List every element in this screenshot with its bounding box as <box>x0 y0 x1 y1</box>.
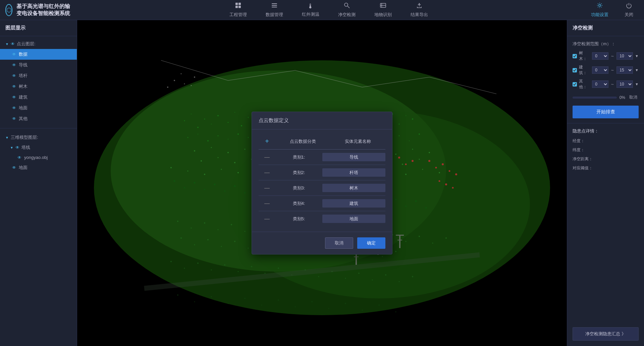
export-icon <box>416 2 423 10</box>
model-group-header[interactable]: ▼ 三维模型图层: <box>0 132 77 142</box>
point-cloud-dialog: 点云数据定义 + 点云数据分类 实体元素名称 — 类别1: — 类别2: <box>252 112 392 254</box>
eye-icon-other: 👁 <box>12 116 16 121</box>
tree-min-select[interactable]: 0125 <box>592 52 608 60</box>
data-icon <box>271 2 278 10</box>
project-icon <box>235 2 241 10</box>
layer-item-guide[interactable]: 👁 导线 <box>0 60 77 70</box>
eye-icon-tower: 👁 <box>12 73 16 78</box>
main-layout: 图层显示 ▼ 👁 点云图层: 👁 数据 👁 导线 👁 塔杆 👁 树木 <box>0 20 644 346</box>
remove-row-0-button[interactable]: — <box>259 154 275 160</box>
right-panel: 净空检测 净空检测范围（m）： 树木： 0125 ～ 101520 ▼ 建筑： <box>567 20 644 346</box>
col-category-header: 点云数据分类 <box>275 138 330 145</box>
tower-line-header[interactable]: ▼ 👁 塔线 <box>0 142 77 153</box>
latitude-label: 纬度： <box>573 148 585 152</box>
longitude-label: 经度： <box>573 138 585 143</box>
dialog-cancel-button[interactable]: 取消 <box>325 237 353 249</box>
building-checkbox[interactable] <box>573 68 577 72</box>
building-range-label: 建筑： <box>579 64 590 76</box>
app-title: 基于高光谱与红外的输变电设备智能检测系统 <box>16 3 75 17</box>
layer-item-tower[interactable]: 👁 塔杆 <box>0 70 77 81</box>
svg-point-12 <box>599 4 601 6</box>
map-area[interactable]: 点云数据定义 + 点云数据分类 实体元素名称 — 类别1: — 类别2: <box>77 20 567 346</box>
layer-item-ground[interactable]: 👁 地面 <box>0 103 77 113</box>
layer-item-tree[interactable]: 👁 树木 <box>0 81 77 92</box>
tower-line-label: 塔线 <box>21 145 30 151</box>
layer-item-yongyao[interactable]: 👁 yongyao.obj <box>0 153 77 162</box>
nav-item-project[interactable]: 工程管理 <box>220 1 256 19</box>
header-logo: ⬡ 基于高光谱与红外的输变电设备智能检测系统 <box>0 3 80 17</box>
layer-label-ground: 地面 <box>19 105 28 111</box>
dialog-row-4: — 类别5: <box>259 211 385 226</box>
remove-row-1-button[interactable]: — <box>259 170 275 176</box>
eye-icon-ground: 👁 <box>12 106 16 110</box>
threshold-row: 对应阈值： <box>573 165 639 171</box>
point-cloud-group-label: 点云图层: <box>17 41 36 47</box>
layer-item-ground-model[interactable]: 👁 地面 <box>0 162 77 173</box>
row-2-value-input[interactable] <box>322 184 385 192</box>
svg-line-8 <box>347 6 350 8</box>
layer-item-data[interactable]: 👁 数据 <box>0 49 77 60</box>
nav-label-project: 工程管理 <box>229 12 247 18</box>
svg-rect-5 <box>272 5 277 6</box>
row-1-category: 类别2: <box>275 170 322 176</box>
row-3-category: 类别4: <box>275 200 322 207</box>
svg-point-7 <box>344 3 348 6</box>
remove-row-3-button[interactable]: — <box>259 200 275 207</box>
layer-item-building[interactable]: 👁 建筑 <box>0 92 77 103</box>
add-row-button[interactable]: + <box>259 137 275 145</box>
infrared-icon: 🌡 <box>307 2 314 10</box>
layer-label-other: 其他 <box>19 116 28 122</box>
other-checkbox[interactable] <box>573 82 577 86</box>
model-group: ▼ 三维模型图层: ▼ 👁 塔线 👁 yongyao.obj 👁 地面 <box>0 130 77 176</box>
range-row-building: 建筑： 0125 ～ 151020 ▼ <box>573 64 639 76</box>
other-max-select[interactable]: 101520 <box>616 80 633 88</box>
nav-item-close[interactable]: 关闭 <box>621 1 637 19</box>
nav-item-export[interactable]: 结果导出 <box>401 1 437 19</box>
row-1-value-input[interactable] <box>322 168 385 177</box>
point-cloud-group-header[interactable]: ▼ 👁 点云图层: <box>0 39 77 49</box>
arrow-down-icon: ▼ <box>5 42 9 46</box>
eye-icon-guide: 👁 <box>12 63 16 67</box>
svg-rect-1 <box>238 3 241 5</box>
row-2-category: 类别3: <box>275 185 322 191</box>
tree-range-label: 树木： <box>579 50 590 62</box>
building-max-select[interactable]: 151020 <box>616 66 633 74</box>
nav-item-object[interactable]: 地物识别 <box>365 1 401 19</box>
other-unit: ▼ <box>635 82 639 86</box>
dialog-row-1: — 类别2: <box>259 165 385 180</box>
start-inspection-button[interactable]: 开始排查 <box>573 106 639 118</box>
nav-label-close: 关闭 <box>625 12 633 18</box>
other-range-label: 其他： <box>579 78 590 90</box>
layer-item-other[interactable]: 👁 其他 <box>0 113 77 124</box>
progress-cancel-button[interactable]: 取消 <box>628 95 639 100</box>
eye-icon-yongyao: 👁 <box>17 155 21 160</box>
header-right: 功能设置 关闭 <box>577 1 644 19</box>
summary-button[interactable]: 净空检测隐患汇总 》 <box>573 327 639 341</box>
dialog-confirm-button[interactable]: 确定 <box>357 237 385 249</box>
nav-item-infrared[interactable]: 🌡 红外测温 <box>292 1 329 19</box>
remove-row-2-button[interactable]: — <box>259 185 275 191</box>
nav-item-data[interactable]: 数据管理 <box>256 1 292 19</box>
nav-label-object: 地物识别 <box>374 12 392 18</box>
row-4-value-input[interactable] <box>322 215 385 223</box>
layer-label-guide: 导线 <box>19 62 28 68</box>
svg-rect-6 <box>272 7 277 7</box>
model-group-label: 三维模型图层: <box>11 134 38 140</box>
nav-item-settings[interactable]: 功能设置 <box>587 1 612 19</box>
latitude-row: 纬度： <box>573 147 639 153</box>
building-min-select[interactable]: 0125 <box>592 66 608 74</box>
row-3-value-input[interactable] <box>322 199 385 208</box>
range-row-tree: 树木： 0125 ～ 101520 ▼ <box>573 50 639 62</box>
other-min-select[interactable]: 0125 <box>592 80 608 88</box>
tree-max-select[interactable]: 101520 <box>616 52 633 60</box>
layer-label-yongyao: yongyao.obj <box>24 155 48 160</box>
tree-checkbox[interactable] <box>573 54 577 58</box>
eye-icon-building: 👁 <box>12 95 16 100</box>
eye-icon-group: 👁 <box>11 42 15 46</box>
col-entity-header: 实体元素名称 <box>330 138 385 145</box>
remove-row-4-button[interactable]: — <box>259 216 275 222</box>
right-panel-title: 净空检测 <box>567 20 644 36</box>
row-0-value-input[interactable] <box>322 153 385 161</box>
layer-label-ground-model: 地面 <box>19 165 28 171</box>
nav-item-clearance[interactable]: 净空检测 <box>329 1 365 19</box>
